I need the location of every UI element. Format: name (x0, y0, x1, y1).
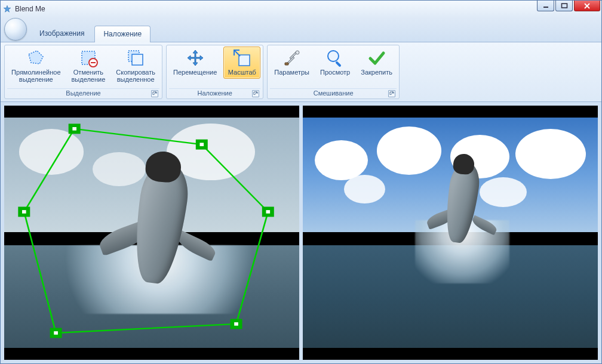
minimize-button[interactable] (537, 1, 554, 11)
group-selection-title: Выделение (66, 90, 100, 97)
tab-images[interactable]: Изображения (30, 25, 93, 42)
preview-button[interactable]: Просмотр (316, 47, 354, 79)
move-icon (186, 48, 205, 67)
group-blending-title: Смешивание (314, 90, 354, 97)
titlebar[interactable]: Blend Me (1, 1, 601, 17)
scale-label: Масштаб (228, 69, 256, 76)
copy-selection-button[interactable]: Скопировать выделенное (112, 47, 159, 86)
group-overlay: Перемещение Масштаб Наложение (166, 45, 263, 99)
move-button[interactable]: Перемещение (169, 47, 221, 79)
close-button[interactable] (574, 1, 600, 11)
move-label: Перемещение (173, 69, 217, 76)
svg-rect-12 (285, 63, 288, 65)
copy-selection-label: Скопировать выделенное (116, 69, 155, 83)
window-controls (537, 1, 600, 11)
apply-label: Закрепить (361, 69, 392, 76)
group-selection: Прямолинейное выделение Отменить выделен… (4, 45, 162, 99)
magnifier-icon (325, 48, 345, 67)
cancel-selection-label: Отменить выделение (72, 69, 106, 83)
svg-rect-2 (561, 4, 567, 8)
ribbon-tabstrip: Изображения Наложение (1, 17, 601, 42)
ribbon: Прямолинейное выделение Отменить выделен… (1, 42, 601, 102)
group-selection-launcher[interactable] (151, 90, 158, 97)
svg-rect-14 (335, 61, 342, 67)
polygon-select-icon (26, 48, 45, 67)
svg-rect-9 (239, 55, 250, 66)
copy-selection-icon (126, 48, 145, 67)
window-title: Blend Me (15, 5, 45, 13)
apply-button[interactable]: Закрепить (357, 47, 397, 79)
rectilinear-selection-label: Прямолинейное выделение (11, 69, 61, 83)
svg-rect-1 (543, 7, 548, 8)
cancel-selection-icon (79, 48, 98, 67)
cancel-selection-button[interactable]: Отменить выделение (67, 47, 110, 86)
app-orb-button[interactable] (4, 18, 27, 41)
svg-rect-6 (91, 62, 96, 63)
group-blending-launcher[interactable] (388, 90, 395, 97)
svg-point-11 (296, 51, 299, 54)
maximize-button[interactable] (555, 1, 573, 11)
target-pane[interactable] (303, 106, 598, 360)
rectilinear-selection-button[interactable]: Прямолинейное выделение (7, 47, 65, 86)
scale-icon (232, 48, 251, 67)
parameters-label: Параметры (274, 69, 309, 76)
svg-marker-0 (4, 5, 11, 12)
svg-rect-8 (132, 54, 143, 65)
app-window: Blend Me Изображения Наложение Прямолине… (0, 0, 602, 364)
svg-marker-3 (29, 51, 43, 64)
parameters-button[interactable]: Параметры (270, 47, 314, 79)
tab-overlay[interactable]: Наложение (94, 26, 150, 42)
preview-label: Просмотр (320, 69, 350, 76)
group-blending: Параметры Просмотр Закрепить Смешивание (267, 45, 400, 99)
app-icon (3, 5, 11, 13)
group-overlay-launcher[interactable] (252, 90, 259, 97)
svg-point-13 (328, 51, 339, 61)
content-area (1, 102, 601, 363)
check-icon (367, 48, 386, 67)
source-pane[interactable] (4, 106, 299, 360)
group-overlay-title: Наложение (197, 90, 232, 97)
tools-icon (282, 48, 302, 67)
scale-button[interactable]: Масштаб (223, 47, 260, 79)
